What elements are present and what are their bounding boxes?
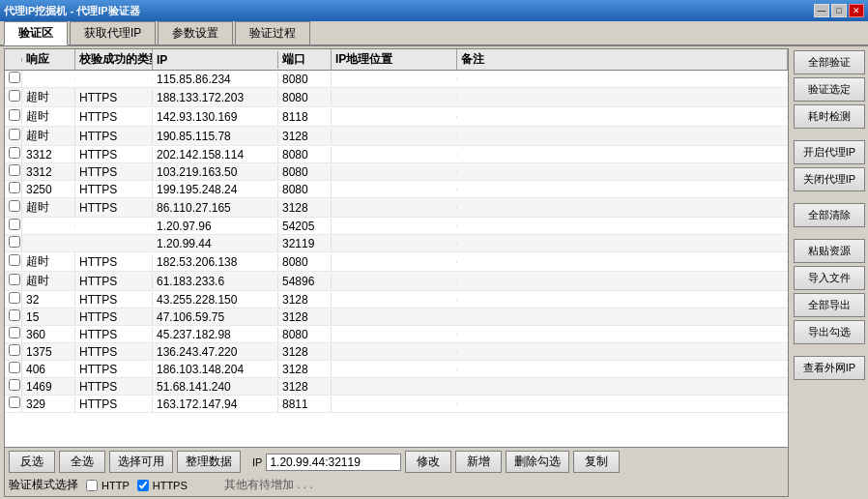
row-check[interactable] bbox=[5, 71, 22, 87]
add-button[interactable]: 新增 bbox=[455, 451, 502, 473]
row-response: 超时 bbox=[22, 127, 75, 145]
tabs-bar: 验证区 获取代理IP 参数设置 验证过程 bbox=[0, 21, 868, 46]
row-note bbox=[457, 189, 788, 191]
row-check[interactable] bbox=[5, 235, 22, 251]
disable-proxy-button[interactable]: 关闭代理IP bbox=[794, 167, 865, 191]
row-port: 3128 bbox=[278, 344, 332, 360]
row-check[interactable] bbox=[5, 361, 22, 377]
header-location: IP地理位置 bbox=[332, 49, 457, 70]
row-port: 8080 bbox=[278, 72, 332, 87]
minimize-button[interactable]: — bbox=[814, 4, 829, 17]
row-check[interactable] bbox=[5, 378, 22, 395]
clear-all-button[interactable]: 全部清除 bbox=[794, 203, 865, 227]
delete-checked-button[interactable]: 删除勾选 bbox=[506, 451, 569, 473]
row-checkbox-6[interactable] bbox=[9, 182, 20, 193]
copy-button[interactable]: 复制 bbox=[573, 451, 620, 473]
tab-get-proxy[interactable]: 获取代理IP bbox=[70, 21, 156, 44]
row-checkbox-12[interactable] bbox=[9, 292, 20, 304]
verify-selected-button[interactable]: 验证选定 bbox=[794, 77, 865, 102]
row-check[interactable] bbox=[5, 253, 22, 270]
row-port: 3128 bbox=[278, 292, 332, 308]
row-response: 超时 bbox=[22, 88, 75, 106]
row-checkbox-17[interactable] bbox=[9, 379, 20, 391]
import-file-button[interactable]: 导入文件 bbox=[794, 266, 865, 290]
row-note bbox=[457, 299, 788, 301]
enable-proxy-button[interactable]: 开启代理IP bbox=[794, 140, 865, 164]
tab-verify-process[interactable]: 验证过程 bbox=[235, 21, 310, 44]
table-row: 超时 HTTPS 142.93.130.169 8118 bbox=[5, 107, 788, 127]
header-ip: IP bbox=[153, 51, 278, 69]
restore-button[interactable]: □ bbox=[831, 4, 847, 17]
row-ip: 47.106.59.75 bbox=[153, 309, 278, 325]
view-external-ip-button[interactable]: 查看外网IP bbox=[794, 356, 865, 380]
table-row: 3312 HTTPS 103.219.163.50 8080 bbox=[5, 163, 788, 181]
ip-input[interactable] bbox=[266, 454, 401, 471]
row-checkbox-16[interactable] bbox=[9, 362, 20, 373]
export-checked-button[interactable]: 导出勾选 bbox=[794, 320, 865, 344]
row-checkbox-0[interactable] bbox=[9, 72, 20, 83]
row-port: 54205 bbox=[278, 219, 332, 234]
row-checkbox-10[interactable] bbox=[9, 254, 20, 266]
row-port: 3128 bbox=[278, 129, 332, 144]
select-all-button[interactable]: 全选 bbox=[59, 451, 105, 473]
row-location bbox=[332, 225, 457, 227]
row-check[interactable] bbox=[5, 146, 22, 162]
row-check[interactable] bbox=[5, 218, 22, 234]
row-response: 超时 bbox=[22, 252, 75, 271]
row-ip: 186.103.148.204 bbox=[153, 362, 278, 377]
row-ip: 86.110.27.165 bbox=[153, 200, 278, 216]
row-note bbox=[457, 243, 788, 245]
row-checkbox-11[interactable] bbox=[9, 274, 20, 285]
row-checkbox-8[interactable] bbox=[9, 219, 20, 230]
row-type: HTTPS bbox=[75, 309, 153, 325]
organize-data-button[interactable]: 整理数据 bbox=[177, 451, 241, 473]
export-all-button[interactable]: 全部导出 bbox=[794, 293, 865, 317]
tab-params[interactable]: 参数设置 bbox=[158, 21, 233, 44]
row-type bbox=[75, 78, 153, 80]
row-check[interactable] bbox=[5, 128, 22, 144]
time-detect-button[interactable]: 耗时检测 bbox=[794, 104, 865, 129]
table-row: 超时 HTTPS 86.110.27.165 3128 bbox=[5, 198, 788, 218]
row-check[interactable] bbox=[5, 181, 22, 197]
left-panel: 响应 校验成功的类型 IP 端口 IP地理位置 备注 115.85.86.234… bbox=[4, 48, 789, 497]
row-note bbox=[457, 386, 788, 388]
tab-verify-zone[interactable]: 验证区 bbox=[4, 21, 68, 45]
row-checkbox-7[interactable] bbox=[9, 200, 20, 212]
row-checkbox-2[interactable] bbox=[9, 109, 20, 121]
https-checkbox[interactable] bbox=[137, 480, 149, 491]
row-note bbox=[457, 351, 788, 353]
row-check[interactable] bbox=[5, 343, 22, 360]
row-checkbox-1[interactable] bbox=[9, 90, 20, 102]
row-response: 329 bbox=[22, 396, 75, 412]
paste-source-button[interactable]: 粘贴资源 bbox=[794, 239, 865, 263]
row-check[interactable] bbox=[5, 108, 22, 125]
row-check[interactable] bbox=[5, 273, 22, 289]
right-panel: 全部验证 验证选定 耗时检测 开启代理IP 关闭代理IP 全部清除 粘贴资源 导… bbox=[791, 46, 868, 499]
row-checkbox-15[interactable] bbox=[9, 344, 20, 356]
row-check[interactable] bbox=[5, 89, 22, 105]
row-note bbox=[457, 316, 788, 318]
row-checkbox-4[interactable] bbox=[9, 147, 20, 159]
row-check[interactable] bbox=[5, 291, 22, 308]
row-check[interactable] bbox=[5, 199, 22, 216]
verify-all-button[interactable]: 全部验证 bbox=[794, 50, 865, 74]
row-check[interactable] bbox=[5, 326, 22, 342]
http-checkbox[interactable] bbox=[86, 480, 98, 491]
row-note bbox=[457, 403, 788, 405]
modify-button[interactable]: 修改 bbox=[405, 451, 451, 473]
close-button[interactable]: ✕ bbox=[849, 4, 864, 17]
row-checkbox-13[interactable] bbox=[9, 309, 20, 321]
row-check[interactable] bbox=[5, 396, 22, 412]
row-check[interactable] bbox=[5, 163, 22, 180]
row-checkbox-14[interactable] bbox=[9, 327, 20, 338]
reverse-select-button[interactable]: 反选 bbox=[9, 451, 55, 473]
row-checkbox-9[interactable] bbox=[9, 236, 20, 248]
row-location bbox=[332, 299, 457, 301]
table-row: 超时 HTTPS 190.85.115.78 3128 bbox=[5, 127, 788, 146]
row-checkbox-3[interactable] bbox=[9, 129, 20, 140]
row-check[interactable] bbox=[5, 308, 22, 325]
select-available-button[interactable]: 选择可用 bbox=[109, 451, 173, 473]
row-checkbox-5[interactable] bbox=[9, 164, 20, 176]
row-port: 3128 bbox=[278, 379, 332, 395]
row-checkbox-18[interactable] bbox=[9, 396, 20, 408]
